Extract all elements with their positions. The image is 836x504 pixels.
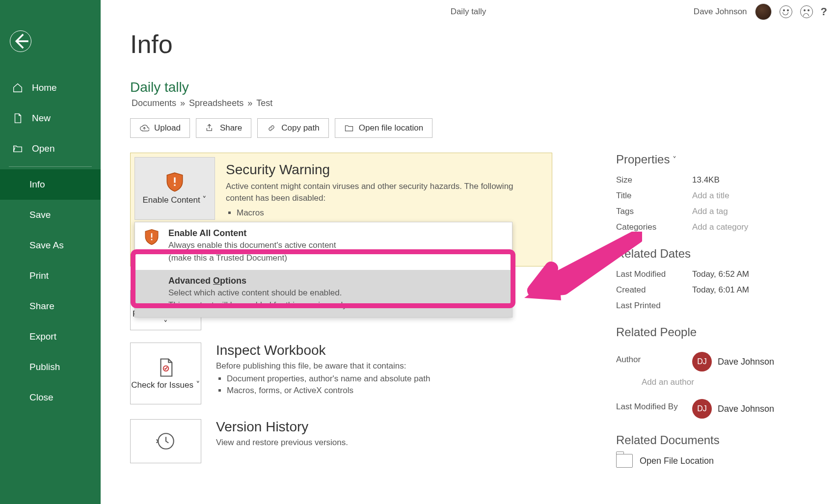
share-icon — [205, 123, 215, 133]
folder-icon — [344, 123, 354, 133]
dropdown-item-title: Advanced Options — [168, 276, 503, 286]
nav-print[interactable]: Print — [0, 261, 101, 291]
inspect-heading: Inspect Workbook — [216, 343, 552, 358]
nav-label: Print — [29, 270, 49, 281]
nav-info[interactable]: Info — [0, 169, 101, 200]
nav-divider — [9, 166, 92, 167]
warning-heading: Security Warning — [226, 162, 541, 178]
related-documents-heading: Related Documents — [616, 433, 807, 447]
prop-value-categories[interactable]: Add a category — [692, 222, 748, 232]
nav-label: Export — [29, 331, 56, 342]
file-icon — [12, 113, 23, 124]
add-author-link[interactable]: Add an author — [642, 377, 807, 387]
feedback-happy-icon[interactable] — [780, 5, 792, 18]
shield-icon — [144, 228, 160, 246]
nav-label: Publish — [29, 362, 60, 372]
nav-label: Open — [32, 143, 54, 154]
prop-label-created: Created — [616, 285, 692, 295]
enable-content-button[interactable]: Enable Content ˅ — [135, 157, 215, 220]
enable-all-content-item[interactable]: Enable All Content Always enable this do… — [135, 222, 512, 270]
modified-by-name[interactable]: Dave Johnson — [718, 404, 774, 414]
folder-open-icon — [12, 143, 23, 154]
prop-label-size: Size — [616, 175, 692, 185]
dropdown-item-desc: Select which active content should be en… — [168, 287, 503, 299]
security-warning-panel: Enable Content ˅ Security Warning Active… — [130, 153, 552, 266]
inspect-text: Before publishing this file, be aware th… — [216, 361, 552, 371]
open-file-location-button[interactable]: Open file location — [335, 118, 432, 138]
nav-open[interactable]: Open — [0, 133, 101, 164]
backstage-sidebar: Home New Open Info Save Save As Print Sh… — [0, 0, 101, 504]
cloud-upload-icon — [139, 123, 149, 133]
nav-publish[interactable]: Publish — [0, 352, 101, 382]
link-icon — [267, 123, 276, 133]
nav-label: Share — [29, 301, 54, 312]
dropdown-item-desc: This content will be enabled for this se… — [168, 299, 503, 311]
nav-share[interactable]: Share — [0, 291, 101, 321]
document-title: Daily tally — [451, 7, 486, 17]
dropdown-item-title: Enable All Content — [168, 228, 503, 239]
prop-label-modified-by: Last Modified By — [616, 402, 692, 412]
check-for-issues-label: Check for Issues ˅ — [131, 380, 200, 390]
warning-list-item: Macros — [237, 208, 541, 218]
share-button[interactable]: Share — [196, 118, 251, 138]
prop-label-printed: Last Printed — [616, 301, 692, 311]
warning-text: Active content might contain viruses and… — [226, 181, 541, 204]
copy-path-button[interactable]: Copy path — [257, 118, 329, 138]
check-for-issues-button[interactable]: Check for Issues ˅ — [130, 343, 201, 404]
user-name[interactable]: Dave Johnson — [694, 7, 747, 17]
dropdown-item-desc: (make this a Trusted Document) — [168, 252, 503, 264]
version-text: View and restore previous versions. — [216, 438, 552, 448]
shield-icon — [165, 171, 184, 193]
upload-button[interactable]: Upload — [130, 118, 190, 138]
nav-close[interactable]: Close — [0, 382, 101, 413]
nav-home[interactable]: Home — [0, 73, 101, 103]
nav-save[interactable]: Save — [0, 200, 101, 230]
nav-export[interactable]: Export — [0, 321, 101, 352]
main-content: Info Daily tally Documents » Spreadsheet… — [101, 24, 836, 504]
author-name[interactable]: Dave Johnson — [718, 357, 774, 367]
feedback-sad-icon[interactable] — [800, 5, 813, 18]
dropdown-item-desc: Always enable this document's active con… — [168, 239, 503, 251]
nav-label: New — [32, 113, 51, 124]
enable-content-label: Enable Content ˅ — [143, 195, 207, 206]
inspect-list-item: Macros, forms, or ActiveX controls — [227, 386, 552, 396]
related-dates-heading: Related Dates — [616, 247, 807, 261]
author-avatar-icon[interactable]: DJ — [692, 352, 712, 371]
related-people-heading: Related People — [616, 325, 807, 339]
history-icon — [156, 431, 176, 451]
home-icon — [12, 82, 23, 93]
nav-new[interactable]: New — [0, 103, 101, 133]
page-title: Info — [130, 29, 807, 59]
prop-label-title: Title — [616, 191, 692, 201]
open-file-location-link[interactable]: Open File Location — [616, 454, 807, 468]
back-button[interactable] — [10, 30, 31, 52]
prop-label-categories: Categories — [616, 222, 692, 232]
title-bar: Daily tally Dave Johnson ? — [101, 0, 836, 24]
nav-label: Close — [29, 392, 54, 403]
version-history-button[interactable] — [130, 419, 201, 463]
prop-value-tags[interactable]: Add a tag — [692, 207, 728, 216]
breadcrumb[interactable]: Documents » Spreadsheets » Test — [130, 98, 807, 108]
properties-heading[interactable]: Properties — [616, 153, 676, 166]
nav-label: Save — [29, 210, 51, 220]
help-icon[interactable]: ? — [821, 5, 827, 18]
prop-label-modified: Last Modified — [616, 269, 692, 279]
document-inspect-icon — [156, 357, 176, 378]
modified-by-avatar-icon[interactable]: DJ — [692, 399, 712, 419]
prop-label-author: Author — [616, 355, 692, 365]
advanced-options-item[interactable]: Advanced Options Select which active con… — [135, 270, 512, 318]
user-avatar-icon[interactable] — [755, 3, 772, 20]
nav-save-as[interactable]: Save As — [0, 230, 101, 261]
inspect-list-item: Document properties, author's name and a… — [227, 374, 552, 384]
prop-value-title[interactable]: Add a title — [692, 191, 729, 201]
prop-label-tags: Tags — [616, 207, 692, 216]
doc-title: Daily tally — [130, 80, 807, 95]
enable-content-dropdown: Enable All Content Always enable this do… — [135, 222, 512, 318]
prop-value-size: 13.4KB — [692, 175, 720, 185]
prop-value-modified: Today, 6:52 AM — [692, 269, 749, 279]
folder-icon — [616, 454, 633, 468]
nav-label: Info — [29, 179, 45, 190]
prop-value-created: Today, 6:01 AM — [692, 285, 749, 295]
nav-label: Save As — [29, 240, 64, 251]
nav-label: Home — [32, 82, 57, 93]
